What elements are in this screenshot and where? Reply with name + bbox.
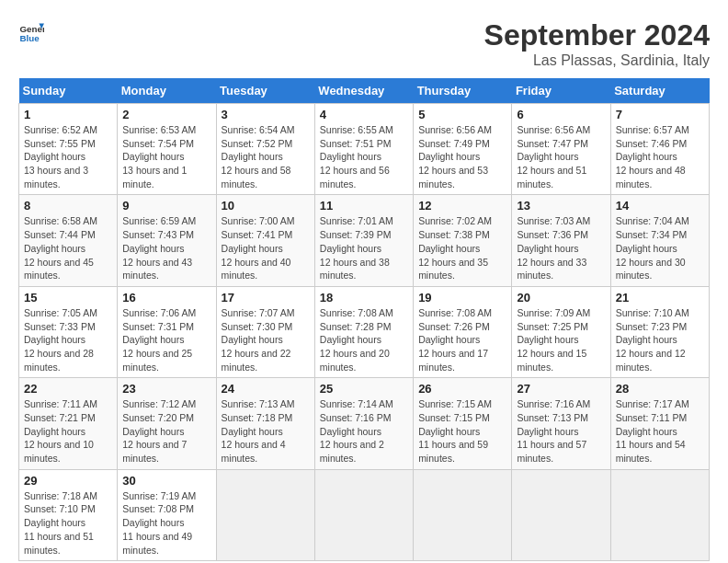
day-number: 23 <box>122 382 210 396</box>
header-tuesday: Tuesday <box>216 78 314 104</box>
header-sunday: Sunday <box>19 78 118 104</box>
calendar-cell: 11 Sunrise: 7:01 AM Sunset: 7:39 PM Dayl… <box>314 195 413 286</box>
header-wednesday: Wednesday <box>314 78 413 104</box>
day-number: 3 <box>222 108 310 121</box>
calendar-cell: 27 Sunrise: 7:16 AM Sunset: 7:13 PM Dayl… <box>512 378 610 469</box>
calendar-week-5: 29 Sunrise: 7:18 AM Sunset: 7:10 PM Dayl… <box>19 469 710 560</box>
calendar-cell: 8 Sunrise: 6:58 AM Sunset: 7:44 PM Dayli… <box>19 195 118 286</box>
day-number: 24 <box>222 382 310 396</box>
calendar-cell <box>610 469 709 560</box>
calendar-cell: 28 Sunrise: 7:17 AM Sunset: 7:11 PM Dayl… <box>610 378 709 469</box>
day-info: Sunrise: 7:09 AM Sunset: 7:25 PM Dayligh… <box>517 306 605 373</box>
day-info: Sunrise: 7:01 AM Sunset: 7:39 PM Dayligh… <box>320 214 408 282</box>
day-info: Sunrise: 7:11 AM Sunset: 7:21 PM Dayligh… <box>24 397 112 465</box>
day-number: 9 <box>122 199 210 213</box>
calendar-cell: 10 Sunrise: 7:00 AM Sunset: 7:41 PM Dayl… <box>216 195 314 286</box>
day-number: 18 <box>320 291 408 304</box>
calendar-week-3: 15 Sunrise: 7:05 AM Sunset: 7:33 PM Dayl… <box>19 286 710 377</box>
day-info: Sunrise: 6:53 AM Sunset: 7:54 PM Dayligh… <box>122 123 210 190</box>
calendar-cell: 16 Sunrise: 7:06 AM Sunset: 7:31 PM Dayl… <box>118 286 216 377</box>
day-number: 11 <box>320 199 408 213</box>
day-number: 16 <box>122 291 210 304</box>
page-header: General Blue September 2024 Las Plassas,… <box>18 18 710 69</box>
logo-icon: General Blue <box>18 18 44 44</box>
day-number: 26 <box>418 382 506 396</box>
calendar-table: SundayMondayTuesdayWednesdayThursdayFrid… <box>18 78 710 561</box>
calendar-cell: 20 Sunrise: 7:09 AM Sunset: 7:25 PM Dayl… <box>512 286 610 377</box>
day-info: Sunrise: 7:08 AM Sunset: 7:28 PM Dayligh… <box>320 306 408 373</box>
header-thursday: Thursday <box>414 78 512 104</box>
day-info: Sunrise: 7:06 AM Sunset: 7:31 PM Dayligh… <box>122 306 210 373</box>
day-number: 28 <box>616 382 704 396</box>
day-info: Sunrise: 6:58 AM Sunset: 7:44 PM Dayligh… <box>24 214 112 282</box>
calendar-cell <box>216 469 314 560</box>
calendar-cell: 12 Sunrise: 7:02 AM Sunset: 7:38 PM Dayl… <box>414 195 512 286</box>
svg-text:Blue: Blue <box>19 33 40 43</box>
day-info: Sunrise: 7:03 AM Sunset: 7:36 PM Dayligh… <box>517 214 605 282</box>
day-number: 22 <box>24 382 112 396</box>
calendar-cell: 18 Sunrise: 7:08 AM Sunset: 7:28 PM Dayl… <box>314 286 413 377</box>
calendar-cell: 1 Sunrise: 6:52 AM Sunset: 7:55 PM Dayli… <box>19 104 118 195</box>
day-info: Sunrise: 7:02 AM Sunset: 7:38 PM Dayligh… <box>418 214 506 282</box>
day-info: Sunrise: 7:10 AM Sunset: 7:23 PM Dayligh… <box>616 306 704 373</box>
day-number: 17 <box>222 291 310 304</box>
calendar-cell: 14 Sunrise: 7:04 AM Sunset: 7:34 PM Dayl… <box>610 195 709 286</box>
calendar-cell: 21 Sunrise: 7:10 AM Sunset: 7:23 PM Dayl… <box>610 286 709 377</box>
day-info: Sunrise: 7:05 AM Sunset: 7:33 PM Dayligh… <box>24 306 112 373</box>
day-number: 7 <box>616 108 704 121</box>
day-number: 1 <box>24 108 112 121</box>
calendar-cell: 7 Sunrise: 6:57 AM Sunset: 7:46 PM Dayli… <box>610 104 709 195</box>
day-info: Sunrise: 7:15 AM Sunset: 7:15 PM Dayligh… <box>418 397 506 465</box>
day-info: Sunrise: 6:59 AM Sunset: 7:43 PM Dayligh… <box>122 214 210 282</box>
day-number: 6 <box>517 108 605 121</box>
day-info: Sunrise: 6:56 AM Sunset: 7:47 PM Dayligh… <box>517 123 605 190</box>
day-number: 27 <box>517 382 605 396</box>
day-info: Sunrise: 6:54 AM Sunset: 7:52 PM Dayligh… <box>222 123 310 190</box>
logo: General Blue <box>18 18 44 44</box>
day-info: Sunrise: 6:56 AM Sunset: 7:49 PM Dayligh… <box>418 123 506 190</box>
location-title: Las Plassas, Sardinia, Italy <box>484 52 710 69</box>
day-info: Sunrise: 6:55 AM Sunset: 7:51 PM Dayligh… <box>320 123 408 190</box>
calendar-cell: 15 Sunrise: 7:05 AM Sunset: 7:33 PM Dayl… <box>19 286 118 377</box>
day-number: 13 <box>517 199 605 213</box>
day-number: 30 <box>122 474 210 488</box>
calendar-cell: 26 Sunrise: 7:15 AM Sunset: 7:15 PM Dayl… <box>414 378 512 469</box>
header-friday: Friday <box>512 78 610 104</box>
calendar-cell <box>314 469 413 560</box>
calendar-cell <box>414 469 512 560</box>
calendar-cell: 4 Sunrise: 6:55 AM Sunset: 7:51 PM Dayli… <box>314 104 413 195</box>
day-number: 15 <box>24 291 112 304</box>
day-number: 12 <box>418 199 506 213</box>
calendar-cell: 25 Sunrise: 7:14 AM Sunset: 7:16 PM Dayl… <box>314 378 413 469</box>
header-saturday: Saturday <box>610 78 709 104</box>
calendar-cell: 24 Sunrise: 7:13 AM Sunset: 7:18 PM Dayl… <box>216 378 314 469</box>
day-info: Sunrise: 6:57 AM Sunset: 7:46 PM Dayligh… <box>616 123 704 190</box>
day-info: Sunrise: 7:08 AM Sunset: 7:26 PM Dayligh… <box>418 306 506 373</box>
day-number: 19 <box>418 291 506 304</box>
calendar-cell: 17 Sunrise: 7:07 AM Sunset: 7:30 PM Dayl… <box>216 286 314 377</box>
day-number: 21 <box>616 291 704 304</box>
calendar-cell <box>512 469 610 560</box>
calendar-cell: 30 Sunrise: 7:19 AM Sunset: 7:08 PM Dayl… <box>118 469 216 560</box>
calendar-cell: 19 Sunrise: 7:08 AM Sunset: 7:26 PM Dayl… <box>414 286 512 377</box>
day-info: Sunrise: 7:13 AM Sunset: 7:18 PM Dayligh… <box>222 397 310 465</box>
calendar-week-1: 1 Sunrise: 6:52 AM Sunset: 7:55 PM Dayli… <box>19 104 710 195</box>
day-info: Sunrise: 7:18 AM Sunset: 7:10 PM Dayligh… <box>24 489 112 557</box>
day-info: Sunrise: 7:00 AM Sunset: 7:41 PM Dayligh… <box>222 214 310 282</box>
month-title: September 2024 <box>484 18 710 52</box>
day-number: 5 <box>418 108 506 121</box>
title-area: September 2024 Las Plassas, Sardinia, It… <box>484 18 710 69</box>
header-monday: Monday <box>118 78 216 104</box>
calendar-cell: 2 Sunrise: 6:53 AM Sunset: 7:54 PM Dayli… <box>118 104 216 195</box>
calendar-header-row: SundayMondayTuesdayWednesdayThursdayFrid… <box>19 78 710 104</box>
day-number: 2 <box>122 108 210 121</box>
day-info: Sunrise: 7:19 AM Sunset: 7:08 PM Dayligh… <box>122 489 210 557</box>
day-number: 8 <box>24 199 112 213</box>
day-number: 14 <box>616 199 704 213</box>
day-info: Sunrise: 7:16 AM Sunset: 7:13 PM Dayligh… <box>517 397 605 465</box>
calendar-cell: 22 Sunrise: 7:11 AM Sunset: 7:21 PM Dayl… <box>19 378 118 469</box>
calendar-week-4: 22 Sunrise: 7:11 AM Sunset: 7:21 PM Dayl… <box>19 378 710 469</box>
day-number: 4 <box>320 108 408 121</box>
day-number: 20 <box>517 291 605 304</box>
calendar-cell: 29 Sunrise: 7:18 AM Sunset: 7:10 PM Dayl… <box>19 469 118 560</box>
